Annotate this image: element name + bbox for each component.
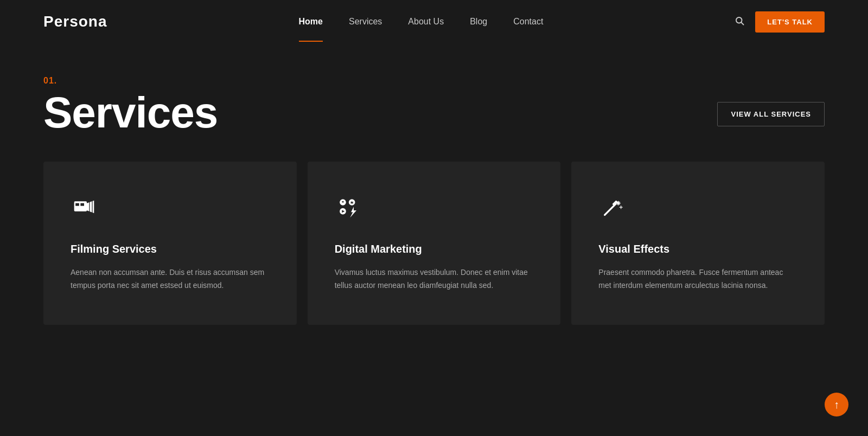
scroll-to-top-button[interactable]: ↑ <box>825 393 848 416</box>
card-filming-desc: Aenean non accumsan ante. Duis et risus … <box>71 266 270 292</box>
card-filming: Filming Services Aenean non accumsan ant… <box>43 162 297 325</box>
nav-item-home[interactable]: Home <box>299 17 323 27</box>
arrow-up-icon: ↑ <box>834 399 839 411</box>
brand-logo: Persona <box>43 13 107 30</box>
section-title: Services <box>43 91 218 134</box>
svg-rect-3 <box>75 203 79 206</box>
filming-icon <box>71 194 98 221</box>
view-all-services-button[interactable]: VIEW ALL SERVICES <box>717 102 825 126</box>
section-number: 01. <box>43 76 825 86</box>
nav-links: Home Services About Us Blog Contact <box>299 17 544 27</box>
card-digital-title: Digital Marketing <box>335 243 534 255</box>
lets-talk-button[interactable]: LET'S TALK <box>755 11 825 33</box>
nav-link-services[interactable]: Services <box>349 17 382 26</box>
card-digital-desc: Vivamus luctus maximus vestibulum. Donec… <box>335 266 534 292</box>
section-header: Services VIEW ALL SERVICES <box>43 91 825 134</box>
card-visual-desc: Praesent commodo pharetra. Fusce ferment… <box>598 266 797 292</box>
digital-marketing-icon <box>335 194 362 221</box>
visual-effects-icon <box>598 194 626 221</box>
nav-link-contact[interactable]: Contact <box>513 17 543 26</box>
card-visual-title: Visual Effects <box>598 243 797 255</box>
nav-link-about[interactable]: About Us <box>408 17 444 26</box>
nav-item-services[interactable]: Services <box>349 17 382 27</box>
card-visual-effects: Visual Effects Praesent commodo pharetra… <box>571 162 825 325</box>
services-cards-grid: Filming Services Aenean non accumsan ant… <box>43 162 825 325</box>
search-button[interactable] <box>735 16 744 28</box>
card-digital-marketing: Digital Marketing Vivamus luctus maximus… <box>308 162 561 325</box>
navbar: Persona Home Services About Us Blog Cont… <box>0 0 868 43</box>
nav-link-home[interactable]: Home <box>299 17 323 26</box>
svg-marker-5 <box>87 201 94 213</box>
svg-rect-4 <box>80 203 84 206</box>
svg-marker-11 <box>350 207 356 217</box>
nav-link-blog[interactable]: Blog <box>470 17 487 26</box>
nav-item-blog[interactable]: Blog <box>470 17 487 27</box>
svg-rect-2 <box>74 201 87 211</box>
nav-item-contact[interactable]: Contact <box>513 17 543 27</box>
nav-item-about[interactable]: About Us <box>408 17 444 27</box>
svg-line-1 <box>742 22 744 24</box>
search-icon <box>735 16 744 28</box>
main-content: 01. Services VIEW ALL SERVICES Filming S… <box>0 43 868 368</box>
nav-right: LET'S TALK <box>735 11 825 33</box>
card-filming-title: Filming Services <box>71 243 270 255</box>
